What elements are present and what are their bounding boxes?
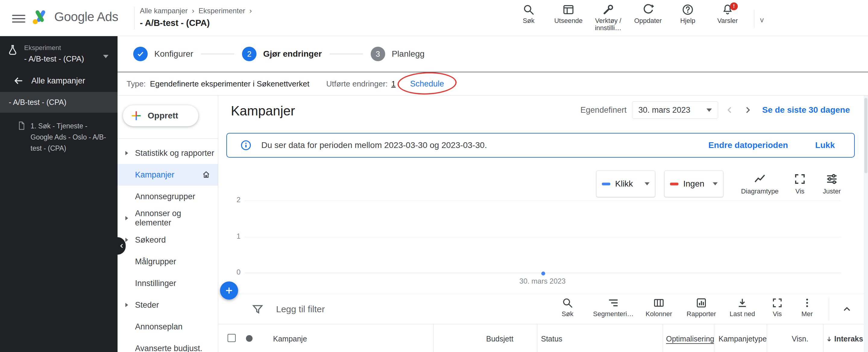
chevron-down-icon (103, 55, 108, 58)
nav-item-ads-assets[interactable]: Annonser og elementer (118, 207, 218, 229)
nav-item-label: Søkeord (135, 235, 166, 245)
collapse-table-button[interactable] (840, 302, 854, 316)
more-button[interactable]: Mer (797, 297, 818, 318)
notifications-button[interactable]: ! Varsler (708, 4, 747, 32)
check-icon (136, 50, 144, 58)
y-axis-tick: 0 (224, 268, 241, 276)
create-button[interactable]: Opprett (123, 105, 198, 126)
appearance-button[interactable]: Utseende (549, 4, 588, 32)
account-menu[interactable]: v (760, 16, 764, 24)
chart-type-button[interactable]: Diagramtype (734, 173, 785, 195)
fullscreen-icon (794, 173, 806, 185)
back-label: Alle kampanjer (31, 76, 85, 86)
step-make-changes[interactable]: 2 Gjør endringer (242, 47, 321, 61)
topbar-actions: Søk Utseende Verktøy / innstilli… (509, 4, 747, 32)
secondary-metric-selector[interactable]: Ingen (664, 170, 723, 197)
table-search-button[interactable]: Søk (553, 297, 583, 318)
menu-icon[interactable] (12, 13, 25, 25)
chart-expand-label: Vis (795, 187, 804, 195)
nav-item-locations[interactable]: Steder (118, 294, 218, 316)
step-active-circle: 2 (242, 47, 256, 61)
change-date-range-link[interactable]: Endre datoperioden (708, 140, 788, 150)
main-content: Kampanjer Egendefinert 30. mars 2023 Se … (218, 96, 868, 352)
info-icon (240, 139, 252, 151)
nav-item-label: Avanserte budjust. (135, 344, 202, 352)
notifications-label: Varsler (717, 17, 738, 24)
page-title: Kampanjer (231, 103, 295, 119)
column-header-optimization[interactable]: Optimalisering (666, 334, 714, 343)
column-header-budget[interactable]: Budsjett (486, 334, 513, 343)
nav-item-statistics[interactable]: Statistikk og rapporter (118, 142, 218, 164)
logo-text: Google Ads (54, 10, 118, 24)
experiment-meta-row: Type: Egendefinerte eksperimenter i Søke… (118, 72, 868, 96)
vertical-scrollbar[interactable] (864, 96, 868, 352)
refresh-button[interactable]: Oppdater (628, 4, 668, 32)
nav-item-keywords[interactable]: Søkeord (118, 229, 218, 251)
nav-item-ad-groups[interactable]: Annonsegrupper (118, 186, 218, 207)
back-to-all-campaigns[interactable]: Alle kampanjer (0, 70, 118, 92)
date-range-selector[interactable]: 30. mars 2023 (632, 101, 718, 119)
download-icon (737, 297, 748, 309)
date-range-controls: Egendefinert 30. mars 2023 Se de siste 3… (581, 101, 850, 119)
home-icon (202, 170, 211, 179)
help-label: Hjelp (680, 17, 695, 24)
table-toolbar: Legg til filter Søk Segmenteri… Kolonner (218, 294, 868, 324)
create-plus-icon (131, 110, 142, 121)
table-expand-button[interactable]: Vis (767, 297, 788, 318)
tools-settings-button[interactable]: Verktøy / innstilli… (588, 4, 628, 32)
breadcrumb-all-campaigns[interactable]: Alle kampanjer (140, 7, 188, 15)
scrollbar-thumb[interactable] (864, 98, 867, 173)
segment-button[interactable]: Segmenteri… (591, 297, 636, 318)
y-axis-tick: 2 (224, 196, 241, 204)
help-button[interactable]: Hjelp (668, 4, 708, 32)
chart-adjust-button[interactable]: Juster (814, 173, 849, 195)
changes-label: Utførte endringer: (327, 79, 388, 89)
refresh-icon (642, 4, 654, 16)
step-configure[interactable]: Konfigurer (133, 47, 193, 61)
account-divider (754, 10, 754, 28)
experiment-sidebar: Eksperiment - A/B-test - (CPA) Alle kamp… (0, 36, 118, 352)
nav-item-label: Målgrupper (135, 257, 176, 266)
experiment-context-switcher[interactable]: Eksperiment - A/B-test - (CPA) (0, 36, 118, 70)
document-icon (17, 121, 26, 131)
filter-icon (252, 303, 264, 315)
reports-button[interactable]: Rapporter (683, 297, 719, 318)
search-button[interactable]: Søk (509, 4, 549, 32)
nav-item-settings[interactable]: Innstillinger (118, 273, 218, 294)
nav-item-label: Kampanjer (135, 170, 175, 180)
chart-expand-button[interactable]: Vis (785, 173, 814, 195)
step-upcoming-circle: 3 (371, 47, 385, 61)
google-ads-logo[interactable]: Google Ads (31, 8, 118, 26)
status-circle-icon[interactable] (246, 335, 253, 342)
last-30-days-link[interactable]: Se de siste 30 dagene (762, 105, 850, 115)
step-schedule[interactable]: 3 Planlegg (371, 47, 425, 61)
add-campaign-fab[interactable] (220, 282, 238, 299)
next-period-button[interactable] (741, 103, 754, 117)
refresh-label: Oppdater (634, 17, 662, 24)
step-configure-label: Konfigurer (154, 49, 193, 59)
nav-item-campaigns[interactable]: Kampanjer (118, 164, 218, 186)
dismiss-banner-link[interactable]: Lukk (815, 140, 835, 150)
column-header-interactions[interactable]: Interaks… (826, 334, 868, 343)
nav-item-advanced-bid-adj[interactable]: Avanserte budjust. (118, 338, 218, 352)
column-header-impressions[interactable]: Visn. (792, 334, 808, 343)
breadcrumb-experiments[interactable]: Eksperimenter (198, 7, 245, 15)
select-all-checkbox[interactable] (227, 334, 236, 342)
type-value: Egendefinerte eksperimenter i Søkenettve… (150, 79, 310, 89)
primary-metric-selector[interactable]: Klikk (596, 170, 655, 197)
columns-button[interactable]: Kolonner (641, 297, 677, 318)
nav-item-ad-schedule[interactable]: Annonseplan (118, 316, 218, 338)
schedule-link[interactable]: Schedule (410, 79, 444, 88)
column-header-campaign[interactable]: Kampanje (273, 334, 307, 343)
sidebar-item-ab-test[interactable]: - A/B-test - (CPA) (0, 92, 118, 113)
download-button[interactable]: Last ned (726, 297, 759, 318)
column-header-status[interactable]: Status (541, 334, 562, 343)
appearance-icon (562, 4, 575, 16)
column-header-campaign-type[interactable]: Kampanjetype (718, 334, 767, 343)
add-filter-button[interactable]: Legg til filter (252, 294, 325, 324)
previous-period-button[interactable] (723, 103, 736, 117)
sidebar-item-campaign[interactable]: 1. Søk - Tjeneste - Google Ads - Oslo - … (0, 113, 118, 154)
changes-count[interactable]: 1 (391, 79, 396, 89)
column-divider (537, 324, 537, 352)
nav-item-audiences[interactable]: Målgrupper (118, 251, 218, 273)
